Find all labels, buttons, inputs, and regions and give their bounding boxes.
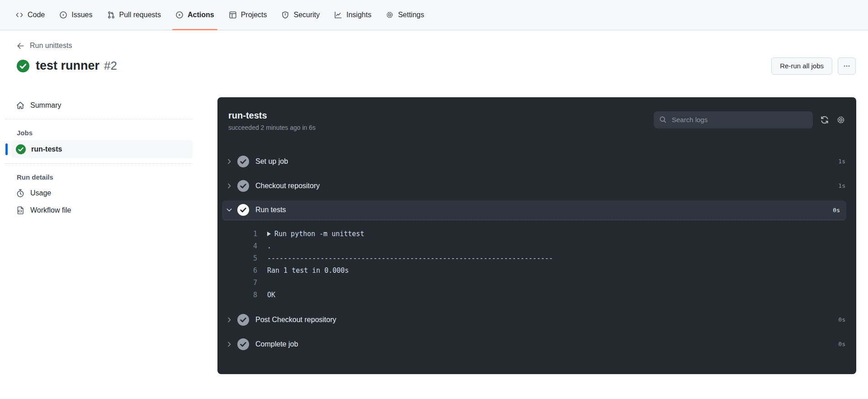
sidebar-item-label: Summary — [30, 101, 61, 109]
nav-tab-label: Issues — [71, 11, 92, 19]
nav-tab-code[interactable]: Code — [9, 0, 51, 30]
step-success-icon — [237, 338, 249, 350]
back-to-workflow-link[interactable]: Run unittests — [17, 41, 72, 50]
step-log-output: 1 Run python -m unittest 4 . 5 ---------… — [217, 220, 856, 308]
sidebar-item-summary[interactable]: Summary — [11, 97, 193, 114]
nav-tab-security[interactable]: Security — [275, 0, 326, 30]
workflow-name: Run unittests — [30, 42, 72, 50]
nav-tab-label: Projects — [241, 11, 267, 19]
gear-icon — [386, 11, 394, 19]
chevron-right-icon — [224, 182, 235, 190]
arrow-left-icon — [17, 42, 24, 50]
gear-icon — [836, 115, 845, 124]
step-success-icon — [237, 204, 249, 216]
step-label: Set up job — [255, 157, 288, 166]
nav-tab-label: Settings — [398, 11, 424, 19]
log-search-box — [654, 111, 813, 128]
log-line: 6 Ran 1 test in 0.000s — [217, 265, 856, 277]
run-success-icon — [17, 60, 29, 72]
nav-tab-actions[interactable]: Actions — [170, 0, 220, 30]
more-options-button[interactable] — [838, 57, 856, 75]
pull-request-icon — [107, 11, 115, 19]
run-header: Run unittests test runner #2 Re-run all … — [0, 30, 868, 80]
kebab-horizontal-icon — [843, 62, 850, 70]
chevron-down-icon — [224, 206, 235, 214]
nav-tab-pull-requests[interactable]: Pull requests — [101, 0, 167, 30]
repo-nav: Code Issues Pull requests Actions Projec… — [0, 0, 868, 30]
chevron-right-icon — [224, 158, 235, 165]
job-name: run-tests — [31, 145, 62, 153]
nav-tab-projects[interactable]: Projects — [223, 0, 273, 30]
log-line-number: 6 — [217, 265, 264, 277]
sidebar-item-label: Usage — [30, 189, 51, 197]
sidebar-item-workflow-file[interactable]: Workflow file — [11, 202, 193, 219]
log-line-text: Ran 1 test in 0.000s — [264, 265, 349, 277]
step-duration: 1s — [838, 182, 845, 189]
chevron-right-icon — [224, 341, 235, 348]
job-success-icon — [16, 144, 26, 154]
log-line-text: . — [264, 240, 271, 252]
nav-tab-insights[interactable]: Insights — [328, 0, 377, 30]
rerun-all-jobs-button[interactable]: Re-run all jobs — [771, 57, 832, 75]
nav-tab-label: Code — [28, 11, 45, 19]
sidebar-divider — [5, 119, 193, 119]
step-success-icon — [237, 314, 249, 326]
sidebar-item-label: Workflow file — [30, 206, 71, 214]
job-log-panel: run-tests succeeded 2 minutes ago in 6s — [217, 97, 856, 374]
log-line: 7 — [217, 277, 856, 289]
refresh-logs-button[interactable] — [820, 115, 829, 124]
nav-tab-label: Actions — [188, 11, 214, 19]
step-checkout-repository[interactable]: Checkout repository 1s — [217, 174, 856, 198]
log-line-number: 5 — [217, 252, 264, 265]
step-label: Run tests — [255, 206, 286, 214]
log-line-number: 1 — [217, 228, 264, 240]
file-code-icon — [16, 206, 25, 215]
shield-icon — [281, 11, 289, 19]
job-status-text: succeeded 2 minutes ago in 6s — [228, 124, 316, 131]
log-group-expand-icon[interactable] — [267, 232, 271, 236]
home-icon — [16, 101, 25, 110]
step-duration: 0s — [833, 207, 840, 214]
step-complete-job[interactable]: Complete job 0s — [217, 332, 856, 356]
run-title: test runner — [36, 59, 99, 73]
graph-icon — [334, 11, 342, 19]
log-line-text — [264, 277, 267, 289]
log-line-text: Run python -m unittest — [274, 228, 364, 240]
log-line: 8 OK — [217, 289, 856, 301]
sync-icon — [820, 115, 829, 124]
step-post-checkout-repository[interactable]: Post Checkout repository 0s — [217, 308, 856, 332]
log-settings-button[interactable] — [836, 115, 845, 124]
nav-tab-label: Pull requests — [119, 11, 161, 19]
job-steps: Set up job 1s Checkout repository 1s — [217, 140, 856, 356]
projects-table-icon — [229, 11, 237, 19]
run-content: Summary Jobs run-tests Run details Usage… — [0, 86, 868, 374]
log-search-input[interactable] — [671, 115, 807, 124]
nav-tab-label: Insights — [346, 11, 371, 19]
nav-tab-issues[interactable]: Issues — [53, 0, 98, 30]
step-label: Post Checkout repository — [255, 316, 336, 324]
run-sidebar: Summary Jobs run-tests Run details Usage… — [5, 86, 193, 374]
step-set-up-job[interactable]: Set up job 1s — [217, 149, 856, 174]
code-icon — [15, 11, 24, 19]
log-line: 5 --------------------------------------… — [217, 252, 856, 265]
log-line-text: OK — [264, 289, 275, 301]
log-line: 1 Run python -m unittest — [217, 228, 856, 240]
log-line-text: ----------------------------------------… — [264, 252, 553, 265]
nav-tab-label: Security — [293, 11, 320, 19]
run-details-section-label: Run details — [5, 169, 193, 185]
sidebar-item-usage[interactable]: Usage — [11, 185, 193, 202]
job-panel-header: run-tests succeeded 2 minutes ago in 6s — [217, 97, 856, 140]
sidebar-job-run-tests[interactable]: run-tests — [11, 140, 193, 158]
sidebar-divider — [5, 163, 193, 164]
step-run-tests[interactable]: Run tests 0s — [222, 200, 846, 220]
chevron-right-icon — [224, 316, 235, 323]
step-label: Checkout repository — [255, 182, 320, 190]
step-success-icon — [237, 180, 249, 192]
nav-tab-settings[interactable]: Settings — [380, 0, 430, 30]
log-line-number: 8 — [217, 289, 264, 301]
log-line: 4 . — [217, 240, 856, 252]
run-number: #2 — [104, 59, 117, 73]
step-duration: 1s — [838, 158, 845, 165]
job-title: run-tests — [228, 109, 316, 122]
step-duration: 0s — [838, 341, 845, 347]
